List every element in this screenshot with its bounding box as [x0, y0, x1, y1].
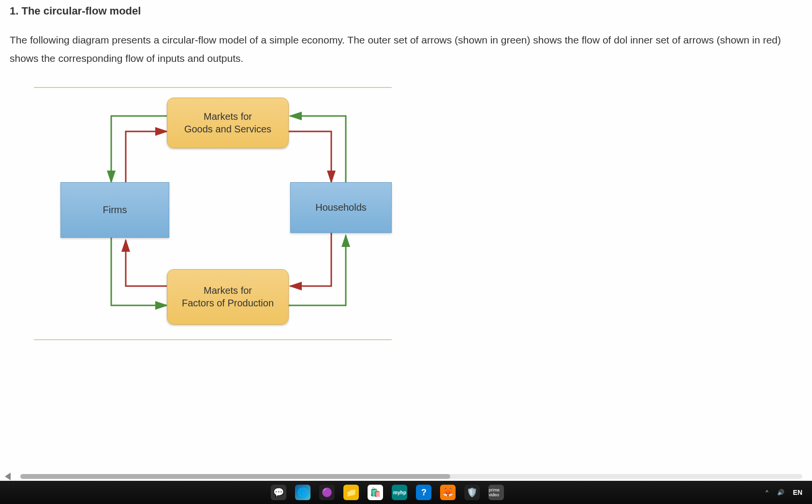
edge-icon[interactable]: 🌐	[295, 485, 310, 500]
prime-video-icon[interactable]: prime video	[488, 485, 504, 500]
copilot-icon[interactable]: 🟣	[319, 485, 335, 500]
box-market-factors: Markets for Factors of Production	[167, 269, 289, 325]
market-factors-line1: Markets for	[204, 284, 252, 297]
sound-icon[interactable]: 🔊	[777, 489, 784, 496]
market-factors-line2: Factors of Production	[182, 297, 274, 309]
taskbar-center: 💬 🌐 🟣 📁 🛍️ myhp ? 🦊 🛡️ prime video	[271, 485, 504, 500]
page-content: 1. The circular-flow model The following…	[0, 0, 812, 345]
box-firms: Firms	[60, 182, 169, 238]
chevron-up-icon[interactable]: ^	[766, 489, 768, 496]
scroll-track[interactable]	[20, 474, 802, 479]
horizontal-scrollbar[interactable]	[5, 472, 802, 481]
scroll-left-arrow-icon[interactable]	[5, 473, 11, 480]
firms-label: Firms	[103, 203, 127, 216]
page-title: 1. The circular-flow model	[10, 5, 802, 17]
language-indicator[interactable]: EN	[793, 489, 802, 496]
myhp-icon[interactable]: myhp	[392, 485, 407, 500]
market-goods-line1: Markets for	[204, 110, 252, 123]
taskbar-right: ^ 🔊 EN	[766, 489, 802, 496]
households-label: Households	[315, 201, 367, 214]
description-text: The following diagram presents a circula…	[10, 31, 802, 68]
taskbar-app-icon[interactable]: 💬	[271, 485, 286, 500]
firefox-icon[interactable]: 🦊	[440, 485, 456, 500]
diagram-container: Markets for Goods and Services Firms Hou…	[34, 87, 392, 340]
security-icon[interactable]: 🛡️	[464, 485, 480, 500]
market-goods-line2: Goods and Services	[184, 123, 271, 135]
help-icon[interactable]: ?	[416, 485, 431, 500]
box-market-goods: Markets for Goods and Services	[167, 98, 289, 148]
windows-taskbar[interactable]: 💬 🌐 🟣 📁 🛍️ myhp ? 🦊 🛡️ prime video ^ 🔊 E…	[0, 481, 812, 504]
divider-bottom	[34, 339, 392, 340]
box-households: Households	[290, 182, 392, 233]
scroll-thumb[interactable]	[20, 474, 450, 479]
circular-flow-diagram: Markets for Goods and Services Firms Hou…	[34, 88, 392, 339]
microsoft-store-icon[interactable]: 🛍️	[368, 485, 383, 500]
file-explorer-icon[interactable]: 📁	[343, 485, 359, 500]
